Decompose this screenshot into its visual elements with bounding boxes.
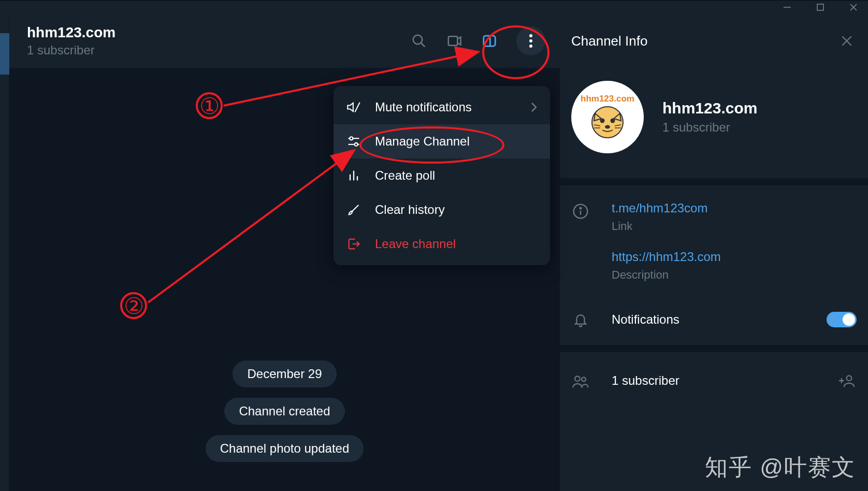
link-label: Link: [612, 220, 857, 233]
svg-point-35: [847, 376, 852, 381]
svg-point-33: [575, 376, 580, 381]
notifications-label: Notifications: [612, 312, 679, 327]
people-icon: [571, 372, 590, 391]
svg-point-32: [580, 208, 582, 209]
window-maximize-icon[interactable]: [810, 1, 831, 13]
window-minimize-icon[interactable]: [777, 1, 798, 13]
date-chip: December 29: [233, 360, 336, 387]
chevron-right-icon: [530, 102, 538, 113]
annotation-ellipse-menu: [482, 25, 549, 79]
more-dropdown-menu: Mute notifications Manage Channel Create…: [334, 86, 550, 265]
search-icon[interactable]: [411, 33, 427, 49]
menu-label: Leave channel: [375, 237, 456, 251]
chat-panel: hhm123.com 1 subscriber December 29: [9, 13, 560, 491]
avatar-text: hhm123.com: [581, 94, 634, 104]
panel-title: Channel Info: [571, 33, 647, 49]
svg-line-12: [355, 103, 359, 112]
bell-icon: [571, 311, 590, 329]
add-user-icon[interactable]: [839, 373, 857, 388]
svg-point-25: [605, 125, 610, 129]
annotation-badge-2: ②: [120, 292, 147, 319]
svg-point-22: [592, 107, 623, 138]
svg-rect-1: [817, 4, 823, 10]
channel-name: hhm123.com: [662, 99, 757, 117]
channel-link[interactable]: t.me/hhm123com: [612, 201, 857, 215]
notifications-toggle[interactable]: [827, 312, 857, 327]
annotation-number-1: ①: [198, 94, 221, 117]
channel-info-panel: Channel Info hhm123.com: [560, 13, 868, 491]
menu-label: Mute notifications: [375, 100, 472, 114]
info-icon: [571, 202, 590, 221]
close-icon[interactable]: [840, 34, 853, 48]
menu-item-leave-channel[interactable]: Leave channel: [334, 227, 550, 261]
broom-icon: [346, 202, 361, 218]
description-label: Description: [612, 268, 857, 282]
poll-icon: [346, 168, 361, 183]
svg-line-5: [421, 42, 425, 47]
annotation-ellipse-manage: [359, 126, 504, 164]
window-close-icon[interactable]: [843, 1, 864, 13]
leave-icon: [346, 236, 361, 252]
mute-icon: [346, 99, 361, 115]
selected-chat-indicator: [0, 33, 9, 75]
sliders-icon: [346, 134, 361, 149]
menu-item-mute[interactable]: Mute notifications: [334, 90, 550, 124]
menu-item-create-poll[interactable]: Create poll: [334, 158, 550, 193]
svg-rect-6: [449, 36, 458, 46]
svg-point-4: [413, 35, 423, 44]
menu-label: Create poll: [375, 168, 435, 183]
channel-subscribers: 1 subscriber: [662, 120, 757, 135]
annotation-badge-1: ①: [196, 92, 223, 119]
svg-point-23: [600, 119, 605, 123]
menu-item-clear-history[interactable]: Clear history: [334, 193, 550, 227]
svg-point-24: [611, 119, 615, 123]
chat-list-sidebar[interactable]: [0, 13, 9, 491]
subscribers-row[interactable]: 1 subscriber: [612, 373, 679, 388]
window-titlebar: [0, 0, 868, 13]
watermark: 知乎 @叶赛文: [705, 452, 856, 483]
channel-description-url[interactable]: https://hhm123.com: [612, 250, 857, 264]
svg-point-34: [582, 377, 586, 381]
service-message-created: Channel created: [224, 398, 344, 425]
chat-subtitle: 1 subscriber: [27, 43, 115, 57]
chat-header: hhm123.com 1 subscriber: [9, 13, 560, 68]
annotation-number-2: ②: [122, 294, 145, 317]
menu-label: Clear history: [375, 203, 445, 217]
channel-avatar[interactable]: hhm123.com: [571, 81, 644, 153]
service-message-photo: Channel photo updated: [206, 435, 364, 462]
svg-point-16: [355, 143, 358, 146]
svg-point-15: [350, 137, 353, 140]
call-icon[interactable]: [446, 33, 462, 49]
chat-title[interactable]: hhm123.com: [27, 24, 115, 41]
